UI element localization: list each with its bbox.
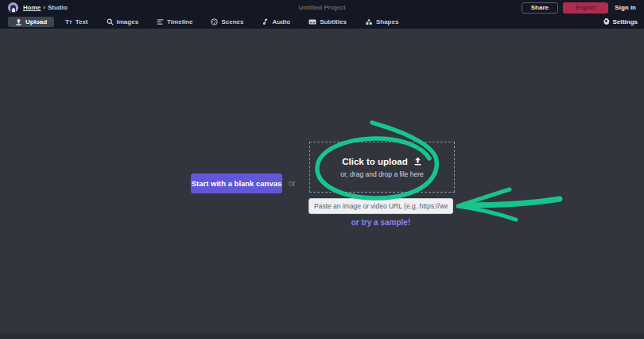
upload-icon bbox=[15, 18, 22, 25]
breadcrumb-home-link[interactable]: Home bbox=[23, 4, 41, 11]
tab-label: Subtitles bbox=[320, 18, 347, 25]
upload-box-subtitle: or, drag and drop a file here bbox=[340, 170, 423, 178]
settings-label: Settings bbox=[612, 18, 638, 25]
audio-icon bbox=[262, 18, 269, 25]
scenes-icon bbox=[211, 18, 218, 25]
text-icon: TT bbox=[65, 18, 72, 25]
tab-audio[interactable]: Audio bbox=[258, 17, 293, 27]
tab-scenes[interactable]: Scenes bbox=[208, 17, 246, 27]
tab-label: Text bbox=[76, 18, 88, 25]
sign-in-link[interactable]: Sign in bbox=[615, 4, 636, 11]
search-icon bbox=[107, 18, 114, 25]
upload-dropzone[interactable]: Click to upload or, drag and drop a file… bbox=[309, 142, 455, 193]
tab-shapes[interactable]: Shapes bbox=[362, 17, 402, 27]
timeline-icon bbox=[157, 18, 164, 25]
try-sample-link[interactable]: or try a sample! bbox=[308, 218, 453, 227]
annotation-arrow-barb-top bbox=[460, 189, 510, 205]
url-input[interactable] bbox=[308, 198, 453, 214]
upload-icon bbox=[413, 157, 422, 167]
annotation-arrow-barb-bottom bbox=[458, 206, 516, 220]
tab-upload[interactable]: Upload bbox=[8, 17, 54, 27]
subtitles-icon bbox=[308, 18, 316, 25]
tab-label: Shapes bbox=[376, 18, 398, 25]
breadcrumb-separator: › bbox=[43, 4, 45, 11]
breadcrumb: Home › Studio bbox=[23, 4, 68, 11]
upload-box-title: Click to upload bbox=[342, 157, 407, 166]
export-button[interactable]: Export bbox=[563, 2, 608, 14]
breadcrumb-current: Studio bbox=[48, 4, 68, 11]
tab-label: Upload bbox=[25, 18, 47, 25]
tab-label: Audio bbox=[272, 18, 290, 25]
blank-canvas-button[interactable]: Start with a blank canvas bbox=[191, 173, 282, 193]
toolbar: Upload TT Text Images Timeline Scenes Au… bbox=[0, 15, 644, 29]
tab-images[interactable]: Images bbox=[103, 17, 142, 27]
tab-text[interactable]: TT Text bbox=[62, 17, 91, 27]
tab-label: Timeline bbox=[167, 18, 192, 25]
main-canvas: Start with a blank canvas or Click to up… bbox=[0, 29, 644, 333]
tab-subtitles[interactable]: Subtitles bbox=[305, 17, 350, 27]
gear-icon bbox=[603, 18, 610, 26]
bottom-bar bbox=[0, 333, 644, 339]
share-button[interactable]: Share bbox=[522, 2, 558, 14]
tab-label: Images bbox=[117, 18, 139, 25]
or-text: or bbox=[289, 173, 296, 193]
tab-label: Scenes bbox=[221, 18, 243, 25]
tab-timeline[interactable]: Timeline bbox=[153, 17, 196, 27]
settings-button[interactable]: Settings bbox=[603, 18, 638, 26]
shapes-icon bbox=[365, 18, 373, 25]
header: Home › Studio Untitled Project Share Exp… bbox=[0, 0, 644, 15]
app-logo-avatar[interactable] bbox=[8, 2, 18, 13]
annotation-arrow-shaft bbox=[464, 199, 560, 205]
